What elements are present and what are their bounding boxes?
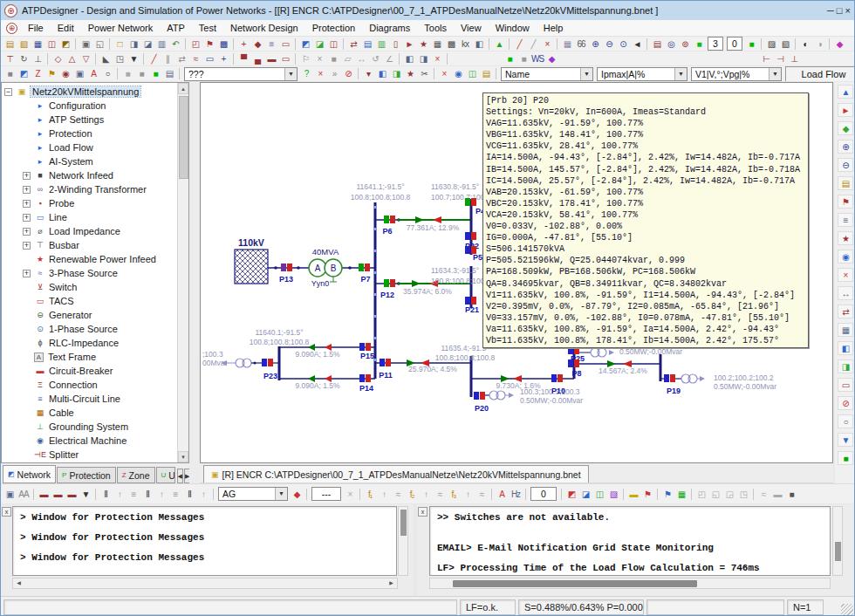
- system-hscroll-thumb[interactable]: [453, 580, 697, 587]
- side-tool-10-icon[interactable]: ◉: [838, 250, 853, 264]
- image-tool-icon[interactable]: ▣: [72, 67, 86, 80]
- measure-3-icon[interactable]: ⊥: [787, 52, 801, 65]
- marker-icon[interactable]: ►: [402, 38, 416, 51]
- draw-connection-icon[interactable]: ╱: [147, 52, 161, 65]
- save-encrypted-icon[interactable]: ◫: [44, 38, 58, 51]
- transform-rotate-icon[interactable]: ◇: [51, 52, 65, 65]
- probe-p21-symbol-b[interactable]: [471, 297, 476, 305]
- transform-up-icon[interactable]: △: [65, 52, 79, 65]
- copy-format-icon[interactable]: ◧: [472, 38, 486, 51]
- save-network-icon[interactable]: ▦: [31, 38, 44, 51]
- window-diagram-icon[interactable]: ◰: [188, 38, 202, 51]
- measure-1-icon[interactable]: ⊢: [759, 52, 773, 65]
- probe-p14-symbol[interactable]: [359, 374, 365, 382]
- block-dropdown-icon[interactable]: ▼: [127, 52, 140, 65]
- note-gray-icon[interactable]: ◳: [736, 488, 750, 501]
- draw-line-red-icon[interactable]: ╱: [512, 38, 526, 51]
- chart-harmonics-icon[interactable]: ▤: [360, 38, 374, 51]
- marker-yellow-icon[interactable]: ▬: [626, 488, 640, 501]
- tab-protection[interactable]: PProtection: [57, 467, 116, 483]
- side-tool-2-icon[interactable]: ►: [838, 103, 853, 117]
- menu-help[interactable]: Help: [537, 23, 571, 33]
- menu-edit[interactable]: Edit: [51, 23, 81, 33]
- side-tool-15-icon[interactable]: ◧: [838, 341, 853, 355]
- db-dropdown-icon[interactable]: ▼: [79, 488, 92, 501]
- mini-chart-1-icon[interactable]: ◧: [375, 67, 389, 80]
- layer-back-icon[interactable]: ▧: [778, 38, 792, 51]
- maximize-icon[interactable]: □: [837, 5, 843, 16]
- side-tool-19-icon[interactable]: ○: [838, 414, 853, 428]
- resize-grip[interactable]: [841, 604, 853, 616]
- tree-expander-icon[interactable]: +: [23, 270, 31, 277]
- side-tool-8-icon[interactable]: ≡: [838, 213, 853, 227]
- seq-f1-icon[interactable]: ≈: [391, 488, 405, 501]
- protection-hscrollbar[interactable]: ◀ ▶: [12, 578, 398, 589]
- plot-small-icon[interactable]: ◩: [17, 67, 31, 80]
- busbar-tool-icon[interactable]: ⊤: [3, 52, 17, 65]
- pin-tool-icon[interactable]: ▾: [361, 67, 375, 80]
- tree-item-load-impedance[interactable]: +⌀Load Impedance: [2, 224, 177, 238]
- swatch-gray-1-icon[interactable]: ■: [120, 67, 134, 80]
- measure-2-icon[interactable]: ⊣: [773, 52, 787, 65]
- block-corner-icon[interactable]: ◣: [99, 52, 113, 65]
- probe-p7-symbol-b[interactable]: [365, 264, 370, 271]
- tree-item-probe[interactable]: +▪Probe: [2, 196, 177, 210]
- tree-expander-icon[interactable]: +: [23, 242, 31, 250]
- menu-test[interactable]: Test: [192, 23, 223, 33]
- tree-item-configuration[interactable]: ▸Configuration: [2, 99, 177, 113]
- tree-item-ai-system[interactable]: ▸AI-System: [2, 154, 177, 168]
- polyline-icon[interactable]: ▭: [202, 52, 216, 65]
- probe-p6-symbol-b[interactable]: [390, 216, 395, 223]
- fill-green-icon[interactable]: ■: [503, 52, 516, 65]
- eraser-icon[interactable]: ◆: [832, 38, 846, 51]
- color-green-icon[interactable]: ■: [744, 38, 758, 51]
- zoom-in-icon[interactable]: ⊕: [588, 38, 602, 51]
- side-tool-13-icon[interactable]: ⇄: [838, 305, 853, 318]
- tree-item-multi-circuit-line[interactable]: ≡Multi-Circuit Line: [2, 392, 177, 406]
- voltage-display-dropdown-icon[interactable]: ▼: [769, 68, 781, 80]
- dashed-link-icon[interactable]: ⇄: [174, 52, 188, 65]
- open-network-icon[interactable]: ▧: [17, 38, 31, 51]
- probe-p20-symbol[interactable]: [474, 392, 479, 400]
- plot-user-icon[interactable]: ◉: [58, 67, 72, 80]
- side-tool-7-icon[interactable]: ⚑: [838, 195, 853, 209]
- seq-1-icon[interactable]: ≡: [127, 488, 140, 501]
- seq-f3-icon[interactable]: ≈: [475, 488, 489, 501]
- tree-item-text-frame[interactable]: AText Frame: [2, 350, 177, 364]
- hz-user-icon[interactable]: Hz: [509, 488, 523, 501]
- side-tool-14-icon[interactable]: ▦: [838, 323, 853, 337]
- tree-scrollbar-thumb[interactable]: [179, 96, 188, 179]
- minimize-icon[interactable]: ─: [827, 5, 834, 16]
- load-flow-button[interactable]: Load Flow: [785, 66, 854, 82]
- copy-properties-icon[interactable]: ◧: [402, 52, 416, 65]
- tree-expander-icon[interactable]: +: [23, 186, 31, 194]
- probe-p4-symbol-b[interactable]: [471, 198, 476, 206]
- probe-p25-symbol[interactable]: [568, 347, 573, 354]
- seq-2-icon[interactable]: ≡: [168, 488, 182, 501]
- switch-ofb-icon[interactable]: ▀: [236, 52, 250, 65]
- parallel-lines-icon[interactable]: ∥: [161, 52, 174, 65]
- probe-p14-symbol-b[interactable]: [366, 374, 371, 382]
- db-2-icon[interactable]: ▬: [51, 488, 65, 501]
- grid-b-icon[interactable]: ▩: [444, 38, 458, 51]
- folder-chart-icon[interactable]: ▤: [479, 67, 493, 80]
- hz-chart-2-icon[interactable]: ◪: [578, 488, 592, 501]
- copy-icon[interactable]: ◨: [127, 38, 140, 51]
- phase-1-icon[interactable]: II: [99, 488, 113, 501]
- system-vscrollbar[interactable]: [832, 506, 843, 576]
- element-search-dropdown-icon[interactable]: ▼: [284, 68, 297, 80]
- lock-element-icon[interactable]: ■: [326, 52, 340, 65]
- tab-network[interactable]: ◩Network: [3, 465, 56, 483]
- side-tool-17-icon[interactable]: ▭: [838, 378, 853, 392]
- grid-view-icon[interactable]: ▦: [560, 38, 574, 51]
- tree-item-line[interactable]: +▭Line: [2, 210, 177, 224]
- side-tool-5-icon[interactable]: ⊖: [838, 158, 853, 172]
- db-3-icon[interactable]: ▬: [65, 488, 79, 501]
- probe-p5-symbol[interactable]: [465, 246, 470, 254]
- select-gray-icon[interactable]: ■: [3, 67, 17, 80]
- external-grid-symbol[interactable]: [235, 250, 268, 284]
- time-back-icon[interactable]: ◑: [812, 38, 826, 51]
- probe-p21-symbol[interactable]: [465, 297, 470, 305]
- side-tool-11-icon[interactable]: ×: [838, 268, 853, 282]
- probe-p13-symbol-b[interactable]: [287, 264, 292, 271]
